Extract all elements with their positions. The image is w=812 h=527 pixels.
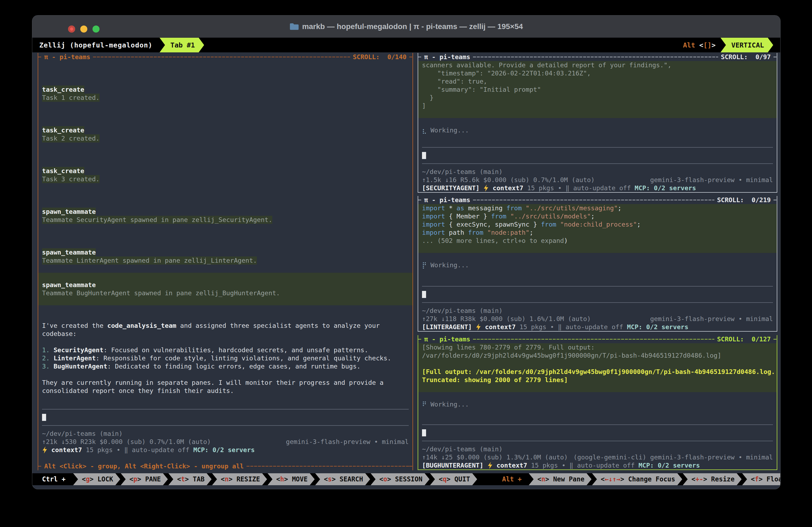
block-cursor[interactable] xyxy=(422,429,426,436)
terminal-text: Teammate BugHunterAgent spawned in pane … xyxy=(42,289,280,297)
token-stats-row: ↑1.5k ↓16 R5.6k $0.000 (sub) 0.7%/1.0M (… xyxy=(418,176,777,184)
terminal-text: • xyxy=(117,446,124,454)
terminal-text: Teammate SecurityAgent spawned in pane z… xyxy=(42,216,272,224)
block-cursor[interactable] xyxy=(422,291,426,298)
terminal-text: context7 xyxy=(51,446,82,454)
pane-scroll-indicator: SCROLL: 0/219 xyxy=(714,196,773,204)
terminal-text: spawn_teammate xyxy=(42,281,96,289)
cursor-row xyxy=(418,429,777,437)
separator-line xyxy=(38,422,412,430)
terminal-text xyxy=(489,184,493,192)
keybind-lock: <g> LOCK xyxy=(73,473,120,485)
terminal-text: "timestamp": "2026-02-22T01:04:03.216Z", xyxy=(422,69,591,77)
terminal-text: ; xyxy=(618,204,622,212)
pane-body: import * as messaging from "../src/utils… xyxy=(418,204,777,331)
terminal-text xyxy=(483,228,487,237)
terminal-text: [Full output: /var/folders/d0/z9jph2ld4v… xyxy=(422,368,775,376)
terminal-text: [SECURITYAGENT] xyxy=(422,184,483,192)
cwd-row: ~/dev/pi-teams (main) xyxy=(418,445,777,453)
keybind-key: <q> xyxy=(439,475,454,483)
token-stats: ↑27k ↓118 R38k $0.000 (sub) 1.6%/1.0M (a… xyxy=(422,315,591,323)
terminal-text: ‖ xyxy=(558,323,565,331)
terminal-text: Working... xyxy=(426,126,469,134)
window-title: markb — hopeful-megalodon | π - pi-teams… xyxy=(290,22,523,31)
context-status-row: [LINTERAGENT] context7 15 pkgs • ‖ auto-… xyxy=(418,323,777,331)
window-titlebar[interactable]: markb — hopeful-megalodon | π - pi-teams… xyxy=(32,15,780,38)
terminal-text: ‖ xyxy=(565,184,573,192)
keybind-label: TAB xyxy=(193,475,204,483)
pane-body: task_createTask 1 created.task_createTas… xyxy=(38,61,412,462)
pane-security-agent[interactable]: π - pi-teamsSCROLL: 0/97scanners availab… xyxy=(418,53,777,193)
terminal-row xyxy=(38,118,412,126)
cwd-row: ~/dev/pi-teams (main) xyxy=(418,168,777,176)
terminal-text xyxy=(493,461,497,469)
keybind-label: LOCK xyxy=(98,475,113,483)
terminal-text: auto-update off xyxy=(565,323,627,331)
separator-line xyxy=(418,143,777,152)
terminal-text: and assigned three specialist agents to … xyxy=(176,322,380,330)
block-cursor[interactable] xyxy=(42,414,46,421)
terminal-text: from xyxy=(468,228,483,237)
terminal-text: Working... xyxy=(426,261,469,269)
terminal-text: spawn_teammate xyxy=(42,248,96,256)
terminal-text: MCP: 0/2 servers xyxy=(193,446,255,454)
terminal-text: ~/dev/pi-teams (main) xyxy=(422,168,503,176)
terminal-text xyxy=(522,204,526,212)
terminal-text: "node:path" xyxy=(487,228,530,237)
separator-line xyxy=(418,437,777,445)
keybind-key: <n> xyxy=(538,475,553,483)
keybind-key: <o> xyxy=(379,475,395,483)
block-cursor[interactable] xyxy=(422,152,426,159)
terminal-text: ‖ xyxy=(124,446,132,454)
pane-orchestrator[interactable]: π - pi-teamsSCROLL: 0/140task_createTask… xyxy=(38,53,413,470)
terminal-text: as xyxy=(456,204,464,212)
keybind-resize: <+-> Resize xyxy=(683,473,742,485)
terminal-text: Teammate LinterAgent spawned in pane zel… xyxy=(42,256,257,265)
terminal-text: : Dedicated to finding logic errors, edg… xyxy=(107,362,361,370)
session-name: Zellij (hopeful-megalodon) xyxy=(32,41,153,49)
terminal-row xyxy=(418,118,777,126)
terminal-row xyxy=(418,359,777,368)
terminal-text: { execSync, spawnSync } xyxy=(445,220,541,228)
terminal-text xyxy=(556,220,560,228)
terminal-row: Teammate BugHunterAgent spawned in pane … xyxy=(38,289,412,297)
terminal-row: import * as messaging from "../src/utils… xyxy=(418,204,777,212)
pane-scroll-indicator: SCROLL: 0/97 xyxy=(718,53,773,61)
tab-1[interactable]: Tab #1 xyxy=(159,38,204,52)
terminal-row xyxy=(38,151,412,159)
terminal-text: • xyxy=(562,461,569,469)
keybind-label: Change Focus xyxy=(628,475,675,483)
pane-bughunter-agent[interactable]: π - pi-teamsSCROLL: 0/127[Showing lines … xyxy=(418,335,777,470)
terminal-text: 3. xyxy=(42,362,54,370)
terminal-text: ; xyxy=(591,212,595,220)
close-button[interactable] xyxy=(68,26,75,32)
cwd-row: ~/dev/pi-teams (main) xyxy=(418,307,777,315)
keybind-key: <p> xyxy=(129,475,145,483)
terminal-row: "summary": "Initial prompt" xyxy=(418,85,777,94)
separator-line xyxy=(418,299,777,307)
terminal-row xyxy=(418,384,777,392)
terminal-text: : Responsible for code style, linting vi… xyxy=(96,354,391,362)
terminal-text: scanners available. Provide a detailed r… xyxy=(422,61,671,69)
pane-linter-agent[interactable]: π - pi-teamsSCROLL: 0/219import * as mes… xyxy=(418,196,777,332)
terminal-text: They are currently running in separate p… xyxy=(42,379,383,387)
keybind-key: <s> xyxy=(324,475,339,483)
terminal-row: ... (502 more lines, ctrl+o to expand) xyxy=(418,237,777,245)
terminal-row: "read": true, xyxy=(418,77,777,85)
context-status-row: context7 15 pkgs • ‖ auto-update off MCP… xyxy=(38,446,412,454)
terminal-row xyxy=(38,110,412,118)
separator-line xyxy=(38,405,412,413)
keybind-floating: <f> Floating xyxy=(742,473,780,485)
terminal-text: : Focused on vulnerabilities, hardcoded … xyxy=(103,346,368,354)
terminal-row xyxy=(38,183,412,191)
pane-header: π - pi-teamsSCROLL: 0/127 xyxy=(418,335,777,343)
keybind-label: QUIT xyxy=(454,475,470,483)
terminal-text: LinterAgent xyxy=(54,354,96,362)
token-stats: ↑14k ↓25 $0.000 (sub) 1.3%/1.0M (auto) xyxy=(422,453,568,461)
zoom-button[interactable] xyxy=(92,26,100,32)
terminal-text: ; xyxy=(637,220,641,228)
terminal-text: I've created the xyxy=(42,322,107,330)
minimize-button[interactable] xyxy=(80,26,87,32)
terminal-text: MCP: 0/2 servers xyxy=(638,461,700,469)
pane-body: [Showing lines 780-2779 of 2779. Full ou… xyxy=(418,343,777,469)
